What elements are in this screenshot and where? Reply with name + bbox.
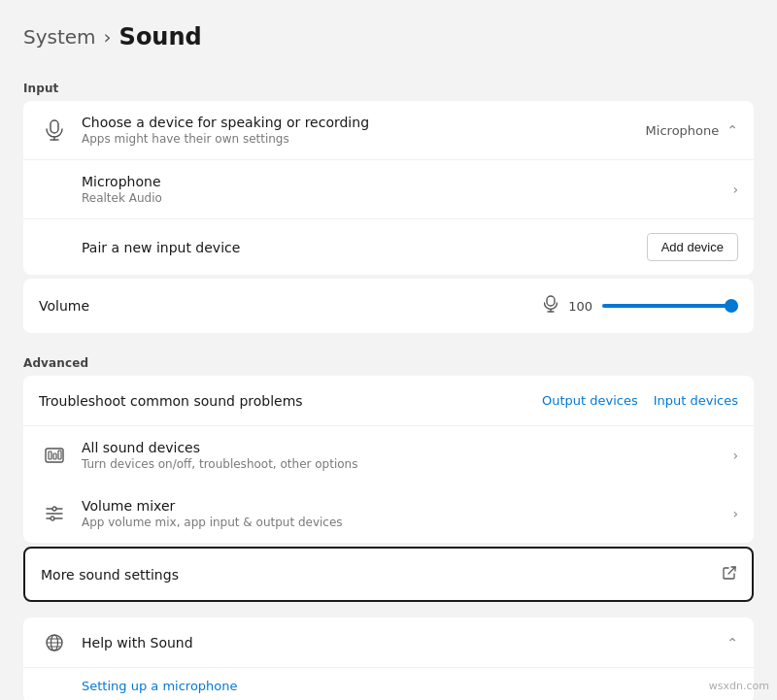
choose-device-content: Choose a device for speaking or recordin…	[82, 115, 646, 146]
advanced-section-label: Advanced	[23, 349, 754, 376]
pair-device-content: Pair a new input device	[82, 240, 647, 255]
watermark: wsxdn.com	[709, 680, 769, 692]
svg-rect-0	[51, 120, 58, 133]
svg-rect-9	[58, 450, 61, 459]
setup-microphone-link[interactable]: Setting up a microphone	[82, 679, 238, 693]
chevron-right-icon: ›	[732, 182, 738, 197]
external-link-icon	[723, 566, 736, 583]
microphone-title: Microphone	[82, 174, 732, 189]
help-globe-icon	[39, 634, 70, 651]
volume-mixer-chevron-icon: ›	[732, 506, 738, 521]
all-sound-devices-subtitle: Turn devices on/off, troubleshoot, other…	[82, 457, 732, 471]
volume-slider[interactable]	[602, 296, 738, 316]
volume-mixer-subtitle: App volume mix, app input & output devic…	[82, 516, 732, 529]
all-sound-devices-title: All sound devices	[82, 440, 732, 455]
volume-mixer-right: ›	[732, 506, 738, 521]
microphone-icon	[39, 119, 70, 141]
help-link-row: Setting up a microphone	[23, 668, 754, 700]
slider-thumb	[725, 299, 738, 313]
help-chevron-up-icon: ⌃	[726, 635, 738, 650]
svg-point-13	[52, 507, 56, 511]
volume-row: Volume 100	[23, 279, 754, 333]
volume-controls: 100	[544, 295, 738, 317]
more-sound-settings-label: More sound settings	[41, 567, 723, 583]
sound-device-icon	[39, 446, 70, 465]
choose-device-subtitle: Apps might have their own settings	[82, 132, 646, 146]
input-section-label: Input	[23, 74, 754, 101]
volume-value: 100	[567, 299, 592, 314]
help-card: Help with Sound ⌃ Setting up a microphon…	[23, 617, 754, 700]
advanced-section: Advanced Troubleshoot common sound probl…	[23, 349, 754, 602]
chevron-up-icon: ⌃	[726, 122, 738, 138]
troubleshoot-links: Output devices Input devices	[542, 393, 738, 408]
svg-point-16	[51, 517, 54, 520]
svg-rect-3	[547, 296, 555, 306]
pair-device-right: Add device	[647, 233, 738, 261]
breadcrumb: System › Sound	[23, 23, 754, 50]
microphone-row[interactable]: Microphone Realtek Audio ›	[23, 160, 754, 219]
svg-rect-8	[53, 453, 56, 459]
volume-mixer-card: Volume mixer App volume mix, app input &…	[23, 484, 754, 543]
all-sound-devices-content: All sound devices Turn devices on/off, t…	[82, 440, 732, 471]
microphone-subtitle: Realtek Audio	[82, 191, 732, 205]
input-card: Choose a device for speaking or recordin…	[23, 101, 754, 275]
svg-line-17	[728, 567, 735, 574]
slider-track	[602, 304, 738, 308]
add-device-button[interactable]: Add device	[647, 233, 738, 261]
svg-rect-7	[49, 451, 51, 459]
help-label: Help with Sound	[82, 635, 726, 650]
all-devices-chevron-icon: ›	[732, 448, 738, 463]
more-sound-settings-row[interactable]: More sound settings	[23, 547, 754, 602]
help-header-row[interactable]: Help with Sound ⌃	[23, 617, 754, 668]
input-devices-link[interactable]: Input devices	[654, 393, 738, 408]
pair-device-title: Pair a new input device	[82, 240, 647, 255]
volume-mixer-row[interactable]: Volume mixer App volume mix, app input &…	[23, 484, 754, 543]
troubleshoot-label: Troubleshoot common sound problems	[39, 393, 542, 409]
all-sound-devices-row[interactable]: All sound devices Turn devices on/off, t…	[23, 426, 754, 484]
volume-label: Volume	[39, 298, 544, 314]
choose-device-row[interactable]: Choose a device for speaking or recordin…	[23, 101, 754, 160]
volume-mixer-icon	[39, 504, 70, 523]
pair-device-row: Pair a new input device Add device	[23, 219, 754, 275]
troubleshoot-row: Troubleshoot common sound problems Outpu…	[23, 376, 754, 426]
selected-device-label: Microphone	[646, 123, 720, 138]
output-devices-link[interactable]: Output devices	[542, 393, 638, 408]
microphone-row-right: ›	[732, 182, 738, 197]
choose-device-title: Choose a device for speaking or recordin…	[82, 115, 646, 130]
volume-mixer-content: Volume mixer App volume mix, app input &…	[82, 498, 732, 529]
microphone-content: Microphone Realtek Audio	[82, 174, 732, 205]
breadcrumb-system[interactable]: System	[23, 25, 96, 49]
breadcrumb-current: Sound	[119, 23, 202, 50]
volume-mixer-title: Volume mixer	[82, 498, 732, 514]
breadcrumb-separator: ›	[104, 25, 112, 49]
choose-device-right[interactable]: Microphone ⌃	[646, 122, 738, 138]
all-sound-devices-right: ›	[732, 448, 738, 463]
all-sound-devices-card: All sound devices Turn devices on/off, t…	[23, 426, 754, 484]
volume-mic-icon	[544, 295, 557, 317]
